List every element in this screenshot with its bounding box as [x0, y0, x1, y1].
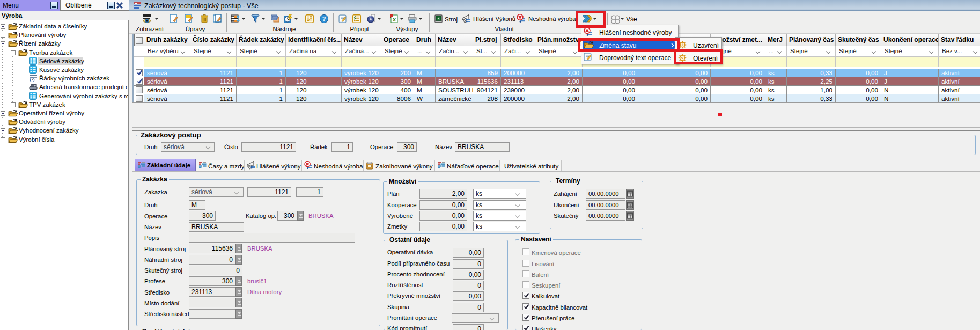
svg-text:?: ?	[322, 16, 326, 22]
svg-text:x: x	[393, 16, 396, 23]
